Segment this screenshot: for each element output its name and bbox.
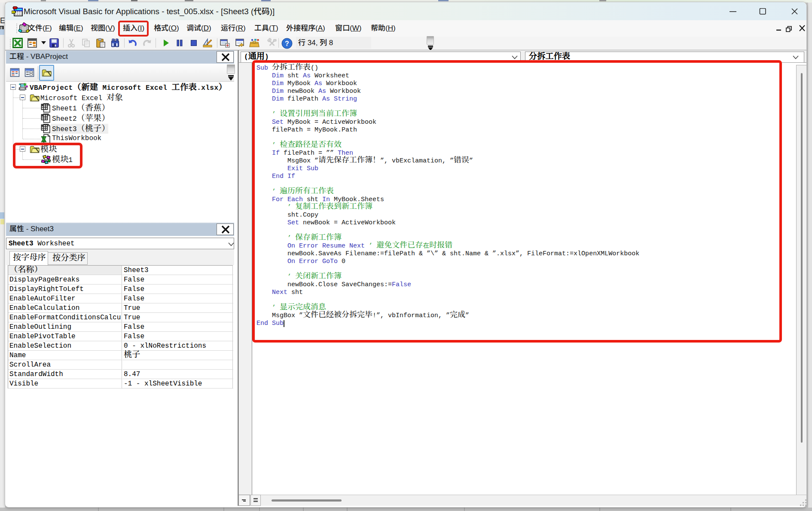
svg-text:?: ? bbox=[285, 40, 289, 47]
